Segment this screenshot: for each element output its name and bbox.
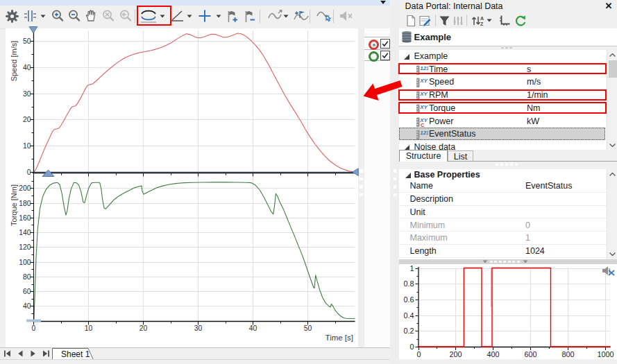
eventstatus-curve [418, 268, 610, 347]
splitter-grip-dot [500, 163, 503, 166]
channel-name: EventStatus [429, 129, 475, 139]
tree-row-eventstatus[interactable]: 123EventStatus [399, 128, 607, 141]
data-portal-title: Data Portal: Internal Data [405, 1, 503, 11]
splitter-grip-dot [394, 185, 397, 189]
property-label: Description [410, 194, 454, 204]
property-value: 1 [525, 233, 530, 243]
tab-list[interactable]: List [448, 150, 473, 162]
curve-select-hand-icon[interactable] [316, 8, 335, 24]
svg-text:400: 400 [487, 350, 499, 358]
sheet-tab[interactable]: Sheet 1 [52, 348, 95, 361]
data-store-label: Example [414, 32, 451, 42]
first-sheet-icon[interactable] [2, 349, 12, 358]
toolbar-separator [310, 10, 310, 23]
channel-name: Noise data [414, 142, 456, 150]
slope-cursor-icon[interactable] [170, 8, 185, 24]
tree-row-speed[interactable]: XYSpeedm/s [399, 76, 607, 89]
tree-group-example[interactable]: Example [399, 50, 607, 63]
splitter-grip-dot [394, 193, 397, 197]
zoom-out-icon[interactable] [67, 8, 81, 24]
torque-curve-visible-checkbox[interactable] [380, 51, 390, 60]
vertical-splitter-portal[interactable] [390, 0, 399, 364]
application-window: 0102030405040608010012014016018020001020… [0, 0, 617, 364]
annotation-box-torque-row [398, 102, 607, 114]
zoom-in-icon[interactable] [51, 8, 65, 24]
collapse-triangle-icon[interactable] [405, 173, 411, 178]
chart-sheet[interactable] [6, 28, 358, 347]
curve-transform-dropdown-icon[interactable] [283, 8, 289, 24]
mute-preview-icon[interactable] [602, 265, 616, 277]
property-row-minimum[interactable]: Minimum0 [399, 219, 607, 232]
settings-gear-icon[interactable] [6, 8, 19, 24]
splitter-grip-dot [501, 47, 504, 49]
property-label: Maximum [410, 233, 448, 243]
property-row-maximum[interactable]: Maximum1 [399, 232, 607, 245]
toolbar-overflow-icon[interactable] [380, 1, 388, 5]
slope-cursor-dropdown-icon[interactable] [187, 8, 192, 24]
svg-text:XY: XY [419, 78, 428, 84]
curve-legend-strip [364, 28, 390, 347]
new-document-icon[interactable] [405, 14, 416, 27]
axis-scale-icon[interactable] [499, 14, 511, 27]
svg-text:0: 0 [416, 350, 421, 358]
svg-text:200: 200 [449, 350, 462, 358]
curve-flag-icon[interactable] [294, 8, 309, 24]
last-sheet-icon[interactable] [41, 349, 51, 358]
speed-curve-visible-checkbox[interactable] [380, 39, 390, 49]
axis-cursor-icon[interactable] [24, 8, 38, 24]
svg-text:0.2: 0.2 [403, 327, 414, 335]
splitter-grip-dot [499, 261, 502, 263]
tree-group-noise-data[interactable]: Noise data [399, 141, 607, 150]
property-row-unit[interactable]: Unit [399, 206, 607, 219]
channel-preview-panel: 00.20.40.60.8102004006008001000 [399, 264, 617, 359]
channel-unit: m/s [527, 77, 541, 87]
tree-scrollbar[interactable] [607, 50, 617, 150]
expand-triangle-icon[interactable] [404, 54, 409, 60]
data-store-row[interactable]: Example [399, 28, 617, 47]
refresh-icon[interactable] [514, 14, 527, 27]
axis-cursor-dropdown-icon[interactable] [40, 8, 46, 24]
speed-curve-legend-icon[interactable] [369, 40, 379, 50]
sort-az-dropdown-icon[interactable] [487, 14, 492, 27]
flag-set-icon[interactable] [226, 8, 238, 24]
splitter-grip-dot [509, 47, 512, 49]
toolbar-separator [333, 10, 334, 23]
scroll-down-icon[interactable] [607, 140, 617, 150]
channel-name: Power [429, 116, 453, 126]
portal-tabs: Structure List [399, 150, 617, 162]
curve-transform-icon[interactable] [268, 8, 284, 24]
preview-chart: 00.20.40.60.8102004006008001000 [399, 264, 617, 359]
splitter-grip-dot [505, 47, 508, 49]
torque-curve-legend-icon[interactable] [369, 51, 379, 62]
tree-row-power[interactable]: XYCPowerkW [399, 115, 607, 128]
next-sheet-icon[interactable] [28, 349, 38, 358]
svg-text:C: C [421, 122, 425, 128]
properties-scrollbar[interactable] [607, 169, 617, 259]
property-row-description[interactable]: Description [399, 193, 607, 206]
pan-hand-icon[interactable] [84, 8, 98, 24]
scroll-down-icon[interactable] [607, 249, 617, 259]
tab-structure[interactable]: Structure [399, 150, 448, 162]
audio-replay-icon [339, 8, 354, 24]
property-row-name[interactable]: NameEventStatus [399, 180, 607, 193]
splitter-grip-dot [517, 261, 520, 263]
zoom-off-icon [101, 8, 115, 24]
splitter-grip-dot [490, 261, 493, 263]
scroll-up-icon[interactable] [607, 50, 617, 60]
scrollbar-thumb[interactable] [609, 60, 617, 78]
close-icon[interactable]: ✕ [604, 1, 614, 11]
scroll-up-icon[interactable] [607, 169, 617, 179]
crosshair-cursor-dropdown-icon[interactable] [216, 8, 221, 24]
svg-text:123: 123 [420, 130, 428, 136]
property-row-length[interactable]: Length1024 [399, 245, 607, 258]
sort-az-icon[interactable]: A Z [471, 14, 485, 27]
crosshair-cursor-icon[interactable] [198, 8, 212, 24]
previous-sheet-icon[interactable] [15, 349, 26, 358]
channel-name: Speed [429, 77, 454, 87]
svg-text:800: 800 [561, 350, 574, 358]
flag-clear-icon[interactable] [244, 8, 255, 24]
filter-funnel-icon[interactable] [439, 14, 450, 27]
splitter-grip-dot [503, 261, 506, 263]
window-top-strip [0, 0, 390, 6]
edit-register-icon[interactable] [419, 14, 432, 27]
